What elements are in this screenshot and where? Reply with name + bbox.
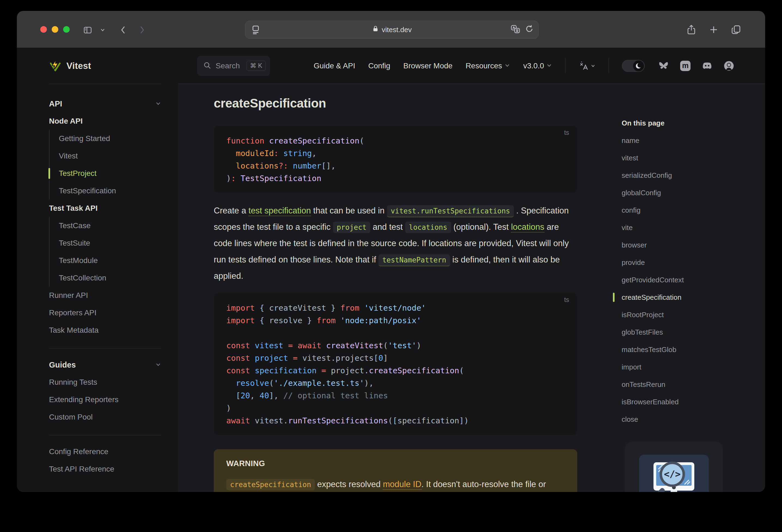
code-token: const xyxy=(226,341,250,350)
outline-item-serializedconfig[interactable]: serializedConfig xyxy=(621,167,758,184)
code-token: ) xyxy=(226,174,231,183)
code-token: string xyxy=(283,149,312,158)
doc-link-test-specification[interactable]: test specification xyxy=(249,206,311,216)
nav-item-v3-0-0[interactable]: v3.0.0 xyxy=(523,62,552,70)
reader-mode-icon[interactable] xyxy=(250,24,261,36)
sidebar-chevron-down-icon[interactable] xyxy=(99,24,107,36)
code-link-testnamepattern[interactable]: testNamePattern xyxy=(379,254,450,266)
close-window-button[interactable] xyxy=(40,26,47,33)
sidebar-item-running-tests[interactable]: Running Tests xyxy=(49,374,161,391)
code-link-project[interactable]: project xyxy=(333,222,370,233)
code-link-locations[interactable]: locations xyxy=(405,222,451,233)
outline-item-ontestsrerun[interactable]: onTestsRerun xyxy=(621,376,758,393)
sidebar-item-extending-reporters[interactable]: Extending Reporters xyxy=(49,391,161,409)
code-token xyxy=(226,149,236,158)
code-token: import xyxy=(226,316,255,325)
sidebar-section-guides[interactable]: Guides xyxy=(49,356,161,374)
code-token: const xyxy=(226,353,250,363)
chevron-down-icon xyxy=(155,360,161,369)
sidebar-item-task-metadata[interactable]: Task Metadata xyxy=(49,322,161,339)
inline-code-createspecification: createSpecification xyxy=(226,479,315,490)
sidebar-item-config-reference[interactable]: Config Reference xyxy=(49,443,161,460)
tab-overview-icon[interactable] xyxy=(730,24,742,36)
code-token: ?: xyxy=(279,161,288,171)
share-icon[interactable] xyxy=(685,24,698,36)
description-paragraph: Create a test specification that can be … xyxy=(214,203,577,284)
outline-item-browser[interactable]: browser xyxy=(621,236,758,254)
code-line: const specification = project.createSpec… xyxy=(226,364,565,377)
search-button[interactable]: Search ⌘ K xyxy=(197,56,270,76)
code-token: { createVitest } xyxy=(255,303,340,313)
sidebar-section-api[interactable]: API xyxy=(49,95,161,112)
window-controls xyxy=(40,26,70,33)
sidebar-item-test-api-reference[interactable]: Test API Reference xyxy=(49,460,161,478)
dark-mode-toggle[interactable] xyxy=(622,60,645,72)
sidebar-item-custom-pool[interactable]: Custom Pool xyxy=(49,409,161,426)
code-token xyxy=(321,341,326,350)
doc-link-module-id[interactable]: module ID xyxy=(383,480,421,490)
nav-item-resources[interactable]: Resources xyxy=(466,62,510,70)
browser-toolbar: vitest.dev xyxy=(17,11,765,48)
outline-item-matchestestglob[interactable]: matchesTestGlob xyxy=(621,341,758,358)
sidebar-item-testcase[interactable]: TestCase xyxy=(59,217,161,235)
nav-item-config[interactable]: Config xyxy=(368,62,390,70)
nav-item-guide-api[interactable]: Guide & API xyxy=(314,62,355,70)
sidebar-item-test-task-api[interactable]: Test Task API xyxy=(49,200,161,217)
address-bar[interactable]: vitest.dev xyxy=(245,21,539,39)
sidebar-item-runner-api[interactable]: Runner API xyxy=(49,287,161,304)
chevron-down-icon xyxy=(155,99,161,108)
sidebar-item-testmodule[interactable]: TestModule xyxy=(59,252,161,269)
outline-item-name[interactable]: name xyxy=(621,132,758,149)
outline-item-isbrowserenabled[interactable]: isBrowserEnabled xyxy=(621,393,758,411)
sidebar-item-vitest[interactable]: Vitest xyxy=(59,147,161,165)
zoom-window-button[interactable] xyxy=(63,26,70,33)
sidebar-item-getting-started[interactable]: Getting Started xyxy=(59,130,161,147)
code-line xyxy=(226,327,565,339)
sponsor-ad-card[interactable]: </> xyxy=(625,442,723,492)
language-switcher[interactable] xyxy=(579,61,596,71)
sidebar-item-node-api[interactable]: Node API xyxy=(49,112,161,130)
reload-icon[interactable] xyxy=(525,24,534,35)
discord-icon[interactable] xyxy=(701,60,713,72)
outline-item-vite[interactable]: vite xyxy=(621,219,758,236)
outline-item-isrootproject[interactable]: isRootProject xyxy=(621,306,758,323)
sidebar-item-testsuite[interactable]: TestSuite xyxy=(59,235,161,252)
back-button[interactable] xyxy=(117,24,129,36)
outline-item-close[interactable]: close xyxy=(621,411,758,428)
bluesky-icon[interactable] xyxy=(658,60,669,72)
mastodon-icon[interactable]: m xyxy=(680,60,691,72)
outline-item-createspecification[interactable]: createSpecification xyxy=(621,289,758,306)
outline-item-globtestfiles[interactable]: globTestFiles xyxy=(621,323,758,341)
outline-item-config[interactable]: config xyxy=(621,202,758,219)
code-line: import { createVitest } from 'vitest/nod… xyxy=(226,302,565,314)
minimize-window-button[interactable] xyxy=(52,26,58,33)
browser-window: vitest.dev xyxy=(17,11,765,492)
moon-icon xyxy=(633,61,644,71)
code-line: const project = vitest.projects[0] xyxy=(226,352,565,364)
forward-button[interactable] xyxy=(136,24,148,36)
new-tab-icon[interactable] xyxy=(707,24,720,36)
code-token: locations xyxy=(236,161,279,171)
sidebar-item-reporters-api[interactable]: Reporters API xyxy=(49,304,161,322)
sidebar-item-testspecification[interactable]: TestSpecification xyxy=(59,182,161,200)
nav-item-browser-mode[interactable]: Browser Mode xyxy=(403,62,453,70)
url-text[interactable]: vitest.dev xyxy=(382,26,412,34)
code-line: import { resolve } from 'node:path/posix… xyxy=(226,314,565,327)
sidebar-item-testcollection[interactable]: TestCollection xyxy=(59,269,161,287)
nav-item-label: Resources xyxy=(466,62,502,70)
doc-link-locations[interactable]: locations xyxy=(511,222,544,233)
vitest-logo[interactable]: Vitest xyxy=(17,48,178,84)
text-segment: and test xyxy=(370,222,405,232)
outline-item-provide[interactable]: provide xyxy=(621,254,758,271)
toolbar-right-actions xyxy=(685,24,742,36)
code-token: : xyxy=(231,174,236,183)
sidebar-toggle-icon[interactable] xyxy=(82,24,94,36)
github-icon[interactable] xyxy=(723,60,735,72)
translate-icon[interactable] xyxy=(510,24,520,35)
outline-item-getprovidedcontext[interactable]: getProvidedContext xyxy=(621,271,758,289)
outline-item-globalconfig[interactable]: globalConfig xyxy=(621,184,758,202)
code-link-vitest-runtestspecifications[interactable]: vitest.runTestSpecifications xyxy=(387,205,514,217)
outline-item-vitest[interactable]: vitest xyxy=(621,149,758,167)
outline-item-import[interactable]: import xyxy=(621,358,758,376)
sidebar-item-testproject[interactable]: TestProject xyxy=(59,165,161,182)
